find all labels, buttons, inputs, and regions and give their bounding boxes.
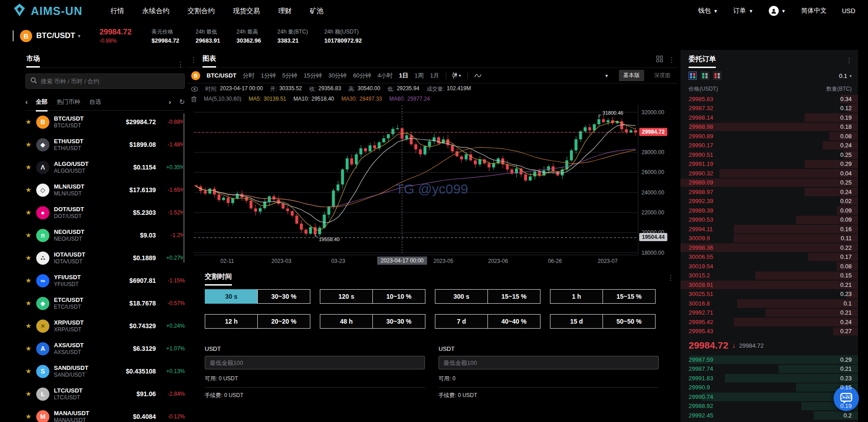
- orderbook-row[interactable]: 29998.360.22: [680, 243, 858, 252]
- book-view-both-icon[interactable]: [689, 72, 697, 80]
- favorite-star-icon[interactable]: ★: [25, 344, 36, 353]
- nav-item[interactable]: 矿池: [310, 7, 323, 15]
- delivery-time-button[interactable]: 30 s: [205, 289, 257, 304]
- delivery-time-button[interactable]: 48 h: [320, 314, 372, 329]
- orderbook-row[interactable]: 29988.140.19: [680, 113, 858, 122]
- favorite-star-icon[interactable]: ★: [25, 322, 36, 330]
- orderbook-row[interactable]: 29989.090.25: [680, 178, 858, 188]
- orderbook-row[interactable]: 29989.390.09: [680, 206, 858, 215]
- market-row[interactable]: ★nNEO/USDTNEO/USDT$9.03-1.2%: [25, 224, 185, 247]
- chart-menu-icon[interactable]: ⋮: [668, 56, 675, 68]
- chevron-down-icon[interactable]: ▾: [78, 33, 81, 39]
- favorite-star-icon[interactable]: ★: [25, 209, 36, 217]
- chart-drag-handle-icon[interactable]: ⋮: [190, 56, 197, 68]
- delivery-pct-button[interactable]: 15~15 %: [487, 289, 540, 304]
- orderbook-row[interactable]: 30019.540.08: [680, 262, 858, 271]
- orderbook-row[interactable]: 29995.430.27: [680, 327, 858, 336]
- timeframe-button[interactable]: 4小时: [378, 72, 393, 80]
- orderbook-row[interactable]: 29992.390.02: [680, 197, 858, 206]
- orderbook-row[interactable]: 29994.110.16: [680, 224, 858, 234]
- orderbook-row[interactable]: 29995.420.24: [680, 317, 858, 327]
- market-row[interactable]: ★AAXS/USDTAXS/USDT$6.3129+1.07%: [25, 337, 185, 360]
- delivery-option[interactable]: 12 h20~20 %: [205, 314, 310, 329]
- market-row[interactable]: ★∞YFI/USDTYFI/USDT$6907.81-1.15%: [25, 269, 185, 292]
- eye-icon[interactable]: [191, 87, 198, 92]
- orderbook-row[interactable]: 29987.590.29: [680, 355, 858, 364]
- delivery-time-button[interactable]: 1 h: [550, 289, 603, 304]
- favorite-star-icon[interactable]: ★: [25, 141, 36, 149]
- favorite-star-icon[interactable]: ★: [25, 390, 36, 398]
- tabs-left-arrow[interactable]: ‹: [25, 98, 28, 106]
- favorite-star-icon[interactable]: ★: [25, 299, 36, 307]
- delivery-option[interactable]: 300 s15~15 %: [435, 289, 540, 304]
- market-row[interactable]: ★BBTC/USDTBTC/USDT$29984.72-0.88%: [25, 111, 185, 133]
- orderbook-row[interactable]: 30006.550.17: [680, 252, 858, 262]
- orderbook-row[interactable]: 30009.90.11: [680, 234, 858, 243]
- sidebar-tab[interactable]: 自选: [89, 98, 101, 112]
- delivery-option[interactable]: 15 d50~50 %: [550, 314, 656, 329]
- favorite-star-icon[interactable]: ★: [25, 254, 36, 262]
- market-row[interactable]: ★∴IOTA/USDTIOTA/USDT$0.1889+0.27%: [25, 247, 185, 269]
- delivery-pct-button[interactable]: 40~40 %: [487, 314, 540, 329]
- orderbook-row[interactable]: 29988.970.24: [680, 187, 858, 197]
- orderbook-row[interactable]: 29990.740.23: [680, 392, 858, 402]
- sidebar-tab[interactable]: 热门币种: [57, 98, 80, 112]
- timeframe-button[interactable]: 15分钟: [304, 72, 322, 80]
- delivery-time-button[interactable]: 120 s: [320, 289, 372, 304]
- favorite-star-icon[interactable]: ★: [25, 118, 36, 126]
- search-input[interactable]: [41, 78, 180, 85]
- timeframe-button[interactable]: 1分钟: [261, 72, 276, 80]
- favorite-star-icon[interactable]: ★: [25, 186, 36, 194]
- favorite-star-icon[interactable]: ★: [25, 231, 36, 239]
- delivery-time-button[interactable]: 300 s: [435, 289, 487, 304]
- orderbook-row[interactable]: 29990.320.04: [680, 169, 858, 178]
- amount-input-box[interactable]: [439, 356, 659, 369]
- delivery-option[interactable]: 1 h15~15 %: [550, 289, 656, 304]
- orderbook-row[interactable]: 29985.830.34: [680, 94, 858, 104]
- orderbook-row[interactable]: 29990.510.25: [680, 150, 858, 160]
- nav-item[interactable]: 永续合约: [142, 7, 169, 15]
- delivery-option[interactable]: 120 s10~10 %: [320, 289, 425, 304]
- timeframe-button[interactable]: 1周: [415, 72, 424, 80]
- delivery-pct-button[interactable]: 10~10 %: [372, 289, 425, 304]
- market-row[interactable]: ★×XRP/USDTXRP/USDT$0.74329+0.24%: [25, 315, 185, 337]
- price-axis[interactable]: 32000.0030000.0028000.0026000.0024000.00…: [638, 105, 676, 255]
- currency-selector[interactable]: USD: [842, 7, 855, 15]
- market-row[interactable]: ★◆ETH/USDTETH/USDT$1899.08-1.48%: [25, 133, 185, 156]
- orderbook-row[interactable]: 29990.530.09: [680, 215, 858, 225]
- orderbook-row[interactable]: 29987.740.21: [680, 364, 858, 374]
- sidebar-tab[interactable]: 全部: [36, 98, 48, 112]
- delivery-pct-button[interactable]: 15~15 %: [603, 289, 656, 304]
- market-row[interactable]: ★●DOT/USDTDOT/USDT$5.2303-1.52%: [25, 201, 185, 224]
- delivery-time-button[interactable]: 7 d: [435, 314, 487, 329]
- timeframe-button[interactable]: 分时: [243, 72, 255, 80]
- orderbook-menu-icon[interactable]: ⋮: [846, 57, 853, 68]
- delivery-pct-button[interactable]: 30~30 %: [372, 314, 425, 329]
- depth-view-button[interactable]: 深度图: [651, 70, 674, 81]
- orderbook-row[interactable]: 29992.710.21: [680, 308, 858, 318]
- timeframe-button[interactable]: 1月: [430, 72, 439, 80]
- basic-view-button[interactable]: 基本版: [619, 70, 644, 81]
- language-selector[interactable]: 简体中文: [801, 7, 826, 15]
- favorite-star-icon[interactable]: ★: [25, 276, 36, 285]
- delivery-time-button[interactable]: 15 d: [550, 314, 603, 329]
- tabs-right-arrow[interactable]: ›: [169, 98, 171, 106]
- orderbook-row[interactable]: 29990.170.24: [680, 141, 858, 150]
- delivery-option[interactable]: 7 d40~40 %: [435, 314, 540, 329]
- favorite-star-icon[interactable]: ★: [25, 163, 36, 171]
- book-view-asks-icon[interactable]: [713, 72, 721, 80]
- orders-menu[interactable]: 订单▼: [733, 7, 753, 15]
- orderbook-row[interactable]: 29991.190.29: [680, 160, 858, 169]
- sidebar-scrollbar[interactable]: [183, 113, 185, 263]
- timeframe-button[interactable]: 5分钟: [282, 72, 297, 80]
- chart-tab[interactable]: 图表: [203, 54, 216, 68]
- orderbook-row[interactable]: 29991.830.23: [680, 373, 858, 383]
- amount-input-box[interactable]: [205, 356, 425, 369]
- market-row[interactable]: ★ΛALGO/USDTALGO/USDT$0.1154+0.35%: [25, 156, 185, 179]
- logo[interactable]: AIMS-UN: [13, 3, 82, 19]
- nav-item[interactable]: 交割合约: [188, 7, 215, 15]
- orderbook-row[interactable]: 30016.80.1: [680, 299, 858, 308]
- book-view-bids-icon[interactable]: [701, 72, 709, 80]
- orderbook-row[interactable]: 29992.450.2: [680, 411, 858, 420]
- timeframe-button[interactable]: 1日: [399, 72, 408, 80]
